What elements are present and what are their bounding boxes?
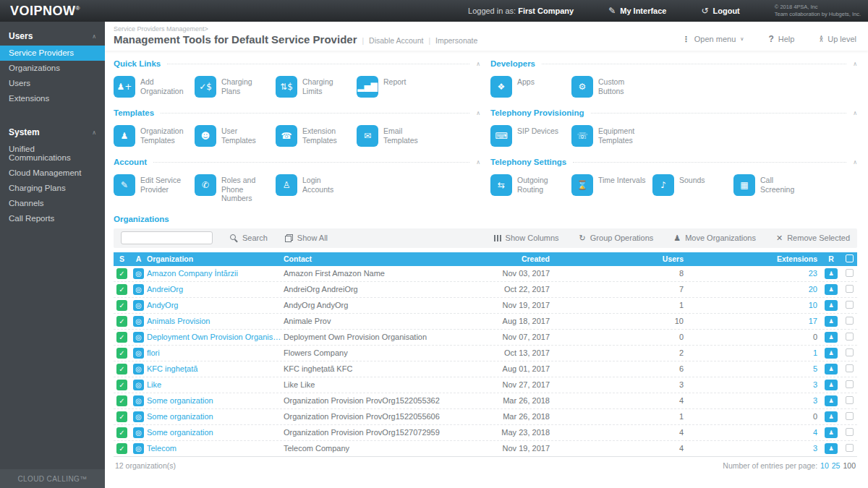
selected-status-icon[interactable]: [116, 332, 127, 343]
organization-link[interactable]: AndreiOrg: [147, 285, 284, 294]
did-report-button[interactable]: [825, 364, 838, 374]
logout-button[interactable]: ↺ Logout: [701, 6, 739, 16]
collapse-icon[interactable]: ∧: [476, 61, 480, 67]
per-page-25[interactable]: 25: [832, 461, 841, 470]
panel-item[interactable]: ▦ Call Screening: [733, 174, 814, 196]
row-checkbox[interactable]: [846, 396, 854, 404]
panel-item[interactable]: ⇅$ Charging Limits: [276, 76, 357, 98]
did-report-button[interactable]: [825, 443, 838, 454]
selected-status-icon[interactable]: [116, 427, 127, 438]
organization-link[interactable]: Animals Provision: [147, 317, 284, 325]
row-checkbox[interactable]: [846, 444, 854, 452]
extensions-link[interactable]: 0: [687, 333, 821, 341]
panel-item[interactable]: ☏ Equipment Templates: [571, 125, 652, 147]
select-all-checkbox[interactable]: [846, 254, 854, 262]
panel-item[interactable]: ✓$ Charging Plans: [195, 76, 276, 98]
row-checkbox[interactable]: [846, 269, 854, 277]
sidebar-item[interactable]: Users: [0, 76, 105, 91]
active-status-icon[interactable]: [133, 332, 144, 343]
panel-item[interactable]: ❖ Apps: [490, 76, 571, 98]
organization-link[interactable]: AndyOrg: [147, 301, 284, 309]
extensions-link[interactable]: 1: [687, 348, 821, 357]
panel-item[interactable]: ♙ Login Accounts: [276, 174, 357, 203]
selected-status-icon[interactable]: [116, 364, 127, 374]
sidebar-item[interactable]: Cloud Management: [0, 166, 105, 181]
extensions-link[interactable]: 3: [687, 396, 821, 405]
active-status-icon[interactable]: [133, 284, 144, 295]
panel-item[interactable]: ♟+ Add Organization: [114, 76, 195, 98]
row-checkbox[interactable]: [846, 317, 854, 325]
sidebar-section-system[interactable]: System ∧: [0, 118, 105, 142]
move-organizations-button[interactable]: ♟ Move Organizations: [673, 234, 756, 243]
organization-link[interactable]: Telecom: [147, 444, 284, 453]
sidebar-item[interactable]: Organizations: [0, 61, 105, 76]
collapse-icon[interactable]: ∧: [853, 110, 857, 116]
row-checkbox[interactable]: [846, 333, 854, 341]
row-checkbox[interactable]: [846, 285, 854, 293]
panel-item[interactable]: ▂▅▇ Report: [357, 76, 438, 98]
selected-status-icon[interactable]: [116, 284, 127, 295]
extensions-link[interactable]: 5: [687, 364, 821, 373]
sidebar-item[interactable]: Service Providers: [0, 46, 105, 61]
selected-status-icon[interactable]: [116, 380, 127, 390]
per-page-100[interactable]: 100: [843, 461, 856, 470]
selected-status-icon[interactable]: [116, 395, 127, 406]
active-status-icon[interactable]: [133, 380, 144, 390]
organization-link[interactable]: flori: [147, 348, 284, 357]
panel-item[interactable]: ⚙ Custom Buttons: [571, 76, 652, 98]
disable-account-link[interactable]: Disable Account: [369, 36, 423, 45]
per-page-10[interactable]: 10: [820, 461, 829, 470]
organization-link[interactable]: Some organization: [147, 412, 284, 421]
remove-selected-button[interactable]: ✕ Remove Selected: [776, 234, 850, 243]
up-level-button[interactable]: ∧∧ Up level: [819, 35, 856, 43]
sidebar-item[interactable]: Extensions: [0, 91, 105, 106]
col-selected[interactable]: S: [114, 254, 130, 263]
panel-item[interactable]: ✆ Roles and Phone Numbers: [195, 174, 276, 203]
did-report-button[interactable]: [825, 316, 838, 327]
sidebar-item[interactable]: Charging Plans: [0, 181, 105, 196]
col-extensions[interactable]: Extensions: [687, 254, 821, 263]
breadcrumb[interactable]: Service Providers Management>: [114, 25, 477, 33]
panel-item[interactable]: ✉ Email Templates: [357, 125, 438, 147]
active-status-icon[interactable]: [133, 364, 144, 374]
panel-item[interactable]: ⇆ Outgoing Routing: [490, 174, 571, 196]
organization-link[interactable]: Amazon Company İntărzii: [147, 269, 284, 278]
selected-status-icon[interactable]: [116, 443, 127, 454]
collapse-icon[interactable]: ∧: [476, 159, 480, 166]
active-status-icon[interactable]: [133, 268, 144, 279]
did-report-button[interactable]: [825, 348, 838, 359]
sidebar-section-users[interactable]: Users ∧: [0, 22, 105, 46]
extensions-link[interactable]: 3: [687, 444, 821, 453]
did-report-button[interactable]: [825, 268, 838, 279]
extensions-link[interactable]: 23: [687, 269, 821, 278]
row-checkbox[interactable]: [846, 348, 854, 356]
search-input[interactable]: [121, 231, 213, 244]
col-r[interactable]: R: [821, 254, 841, 263]
panel-item[interactable]: ⌛ Time Intervals: [571, 174, 652, 196]
extensions-link[interactable]: 0: [687, 412, 821, 421]
selected-status-icon[interactable]: [116, 348, 127, 359]
sidebar-item[interactable]: Call Reports: [0, 211, 105, 226]
active-status-icon[interactable]: [133, 443, 144, 454]
organization-link[interactable]: KFC inghețată: [147, 364, 284, 373]
panel-item[interactable]: ☎ Extension Templates: [276, 125, 357, 147]
organization-link[interactable]: Some organization: [147, 428, 284, 437]
selected-status-icon[interactable]: [116, 300, 127, 311]
active-status-icon[interactable]: [133, 316, 144, 327]
row-checkbox[interactable]: [846, 380, 854, 388]
sidebar-item[interactable]: Channels: [0, 196, 105, 211]
search-button[interactable]: Search: [230, 234, 268, 242]
active-status-icon[interactable]: [133, 300, 144, 311]
extensions-link[interactable]: 3: [687, 380, 821, 389]
panel-item[interactable]: ☻ User Templates: [195, 125, 276, 147]
did-report-button[interactable]: [825, 411, 838, 422]
row-checkbox[interactable]: [846, 364, 854, 372]
did-report-button[interactable]: [825, 380, 838, 390]
row-checkbox[interactable]: [846, 412, 854, 420]
extensions-link[interactable]: 17: [687, 317, 821, 325]
active-status-icon[interactable]: [133, 348, 144, 359]
sidebar-item[interactable]: Unified Communications: [0, 142, 105, 166]
did-report-button[interactable]: [825, 427, 838, 438]
active-status-icon[interactable]: [133, 411, 144, 422]
did-report-button[interactable]: [825, 395, 838, 406]
